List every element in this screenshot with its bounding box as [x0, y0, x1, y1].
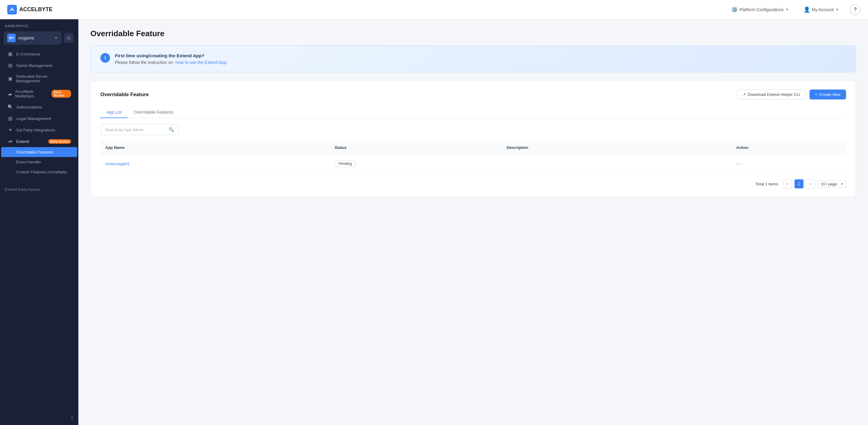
user-icon: 👤	[804, 6, 810, 13]
sidebar-item-game-management[interactable]: ▤ Game Management	[1, 60, 77, 71]
info-text-content: Please follow the instruction on	[115, 60, 173, 65]
sidebar-item-3rd-party[interactable]: ✦ 3rd Party Integrations	[1, 124, 77, 135]
sidebar-item-label: Extend	[16, 139, 29, 144]
collapse-button[interactable]: «	[71, 415, 73, 420]
action-menu-button[interactable]: ···	[736, 161, 742, 167]
main-content: Overridable Feature i First time using/c…	[79, 19, 868, 425]
namespace-selector[interactable]: MY mygame ▼	[4, 31, 61, 44]
sidebar: NAMESPACE MY mygame ▼ ⚙ ▦ E-Commerce ▤ G…	[0, 19, 79, 425]
app-name-link[interactable]: lootboxapp01	[105, 161, 130, 166]
table-header: App Name Status Description Action	[100, 141, 846, 154]
gear-icon: ⚙️	[731, 6, 738, 13]
logo-text: ACCELBYTE	[19, 6, 53, 13]
top-nav-right: ⚙️ Platform Configurations ▼ 👤 My Accoun…	[727, 4, 861, 16]
sidebar-item-label: 3rd Party Integrations	[16, 128, 55, 132]
extend-early-access-label: Extend Early Access	[5, 187, 41, 192]
tabs: App List Overridable Features	[100, 107, 846, 118]
extend-early-access-item[interactable]: Extend Early Access	[0, 184, 79, 195]
ecommerce-icon: ▦	[7, 51, 13, 57]
cell-status: Pending	[330, 159, 502, 168]
top-navigation: ACCELBYTE ⚙️ Platform Configurations ▼ 👤…	[0, 0, 868, 19]
search-icon: 🔍	[168, 127, 174, 132]
sidebar-sub-item-overridable-features[interactable]: Overridable Features	[1, 147, 77, 157]
info-banner: i First time using/creating the Extend A…	[90, 45, 856, 72]
chevron-down-icon: ▼	[785, 7, 789, 12]
namespace-gear-button[interactable]: ⚙	[64, 33, 73, 43]
early-access-badge: Early Access	[52, 90, 71, 98]
info-text: Please follow the instruction on How to …	[115, 60, 227, 65]
sidebar-item-label: E-Commerce	[16, 52, 40, 56]
namespace-label: NAMESPACE	[0, 19, 79, 30]
chevron-down-icon: ▼	[835, 7, 839, 12]
search-input[interactable]	[105, 127, 166, 132]
auth-icon: 🔍	[7, 104, 13, 110]
sidebar-sub-item-label: Custom Features (Accelbyte)	[16, 170, 67, 174]
legal-icon: ▧	[7, 116, 13, 121]
namespace-name: mygame	[18, 36, 52, 40]
sidebar-sub-item-custom-features[interactable]: Custom Features (Accelbyte)	[1, 167, 77, 177]
sidebar-sub-item-label: Event Handler	[16, 160, 41, 164]
namespace-selector-wrapper: MY mygame ▼ ⚙	[4, 31, 75, 44]
feature-card-header: Overridable Feature ↗ Download Extend He…	[100, 90, 846, 99]
info-icon: i	[100, 53, 110, 63]
pagination-prev-button[interactable]: ‹	[783, 179, 792, 188]
col-action: Action	[731, 144, 846, 151]
integration-icon: ✦	[7, 127, 13, 133]
cell-action: ···	[731, 159, 846, 168]
tab-overridable-features[interactable]: Overridable Features	[128, 107, 180, 118]
info-title: First time using/creating the Extend App…	[115, 53, 227, 58]
app-logo[interactable]: ACCELBYTE	[7, 5, 727, 14]
namespace-badge: MY	[7, 34, 16, 42]
sidebar-sub-item-label: Overridable Features	[16, 150, 53, 154]
pagination-next-button[interactable]: ›	[806, 179, 815, 188]
sidebar-item-legal-management[interactable]: ▧ Legal Management	[1, 113, 77, 124]
cell-app-name: lootboxapp01	[100, 160, 330, 167]
platform-config-label: Platform Configurations	[740, 7, 784, 12]
sidebar-sub-item-event-handler[interactable]: Event Handler	[1, 157, 77, 167]
per-page-select[interactable]: 10 / page 20 / page 50 / page	[817, 180, 846, 188]
sidebar-item-ecommerce[interactable]: ▦ E-Commerce	[1, 48, 77, 60]
plus-icon: +	[815, 92, 817, 97]
my-account-label: My Account	[812, 7, 834, 12]
table-row: lootboxapp01 Pending ···	[100, 154, 846, 173]
help-icon: ?	[854, 7, 857, 12]
help-button[interactable]: ?	[850, 4, 861, 15]
create-btn-label: Create New	[819, 92, 841, 97]
sidebar-item-dedicated-server[interactable]: ▣ Dedicated Server Management	[1, 71, 77, 86]
logo-icon	[7, 5, 17, 14]
info-content: First time using/creating the Extend App…	[115, 53, 227, 65]
page-title: Overridable Feature	[90, 29, 856, 38]
status-badge: Pending	[335, 160, 355, 167]
tab-app-list[interactable]: App List	[100, 107, 128, 118]
feature-card-title: Overridable Feature	[100, 92, 149, 98]
col-status: Status	[330, 144, 502, 151]
feature-card: Overridable Feature ↗ Download Extend He…	[90, 81, 856, 197]
external-link-icon: ↗	[743, 92, 746, 97]
create-new-button[interactable]: + Create New	[809, 90, 846, 99]
dedicated-server-icon: ▣	[7, 76, 13, 81]
namespace-chevron-icon: ▼	[54, 36, 58, 40]
sidebar-item-label: Game Management	[16, 63, 52, 68]
sidebar-item-accelbyte-multiplayer[interactable]: ☁ AccelByte Multiplaye... Early Access	[1, 86, 77, 101]
extend-early-access-badge: Early Access	[48, 139, 71, 144]
pagination: Total 1 items ‹ 1 › 10 / page 20 / page …	[100, 173, 846, 188]
cell-description	[502, 162, 731, 165]
download-helper-cli-button[interactable]: ↗ Download Extend Helper CLI	[737, 90, 806, 99]
info-link[interactable]: How to use the Extend App.	[176, 60, 227, 65]
sidebar-collapse-area: «	[0, 409, 79, 425]
sidebar-item-authorizations[interactable]: 🔍 Authorizations	[1, 101, 77, 113]
cloud-icon: ☁	[7, 91, 12, 96]
download-btn-label: Download Extend Helper CLI	[748, 92, 800, 97]
pagination-page-1[interactable]: 1	[795, 179, 804, 188]
sidebar-item-label: Legal Management	[16, 116, 51, 121]
sidebar-item-label: AccelByte Multiplaye...	[15, 89, 49, 98]
col-app-name: App Name	[100, 144, 330, 151]
col-description: Description	[502, 144, 731, 151]
game-management-icon: ▤	[7, 63, 13, 68]
my-account-menu[interactable]: 👤 My Account ▼	[800, 4, 843, 16]
pagination-total: Total 1 items	[755, 182, 778, 186]
sidebar-item-extend[interactable]: ⇌ Extend Early Access	[1, 135, 77, 147]
feature-card-actions: ↗ Download Extend Helper CLI + Create Ne…	[737, 90, 846, 99]
sidebar-item-label: Authorizations	[16, 105, 42, 110]
platform-config-menu[interactable]: ⚙️ Platform Configurations ▼	[727, 4, 793, 16]
